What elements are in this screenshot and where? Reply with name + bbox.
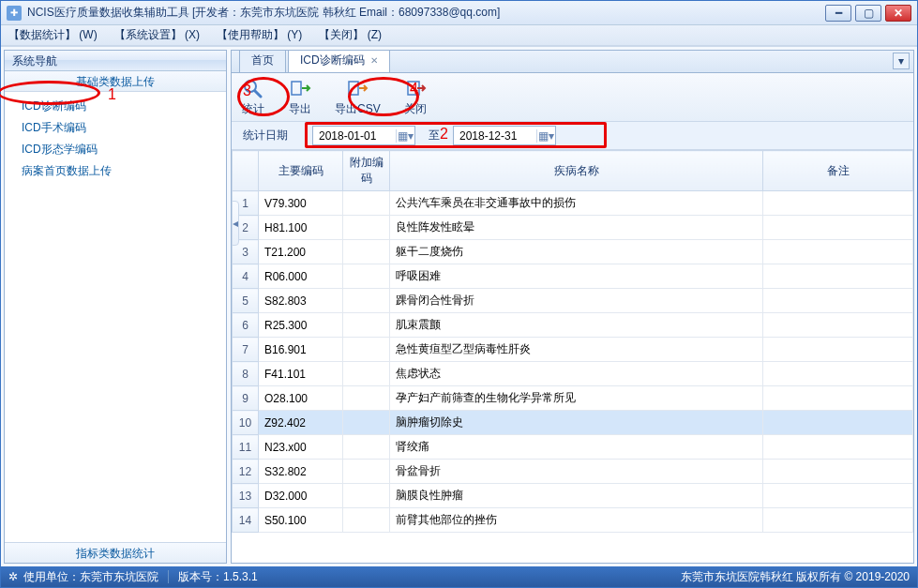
cell-disease-name[interactable]: 踝骨闭合性骨折	[390, 289, 763, 313]
cell-addl-code[interactable]	[343, 362, 390, 386]
cell-main-code[interactable]: B16.901	[259, 338, 343, 362]
nav-front-page-upload[interactable]: 病案首页数据上传	[20, 160, 222, 182]
cell-disease-name[interactable]: 脑肿瘤切除史	[390, 411, 763, 435]
table-row[interactable]: 12S32.802骨盆骨折	[233, 460, 913, 484]
tab-home[interactable]: 首页	[239, 50, 286, 72]
cell-disease-name[interactable]: 肌束震颤	[390, 313, 763, 338]
cell-addl-code[interactable]	[343, 386, 390, 411]
cell-disease-name[interactable]: 呼吸困难	[390, 264, 763, 289]
cell-main-code[interactable]: D32.000	[259, 484, 343, 508]
menu-system-settings[interactable]: 【系统设置】 (X)	[114, 27, 200, 43]
table-row[interactable]: 3T21.200躯干二度烧伤	[233, 240, 913, 264]
nav-icd-diagnosis[interactable]: ICD诊断编码	[20, 96, 222, 117]
toolbar-export-button[interactable]: 导出	[288, 77, 312, 117]
cell-disease-name[interactable]: 躯干二度烧伤	[390, 240, 763, 264]
col-remark[interactable]: 备注	[763, 151, 913, 191]
cell-remark[interactable]	[763, 460, 913, 484]
table-row[interactable]: 4R06.000呼吸困难	[233, 264, 913, 289]
cell-remark[interactable]	[763, 338, 913, 362]
cell-remark[interactable]	[763, 386, 913, 411]
date-from-input[interactable]: ▦▾	[312, 126, 415, 145]
table-row[interactable]: 2H81.100良性阵发性眩晕	[233, 216, 913, 240]
cell-main-code[interactable]: R25.300	[259, 313, 343, 338]
menu-close[interactable]: 【关闭】 (Z)	[319, 27, 382, 43]
col-main-code[interactable]: 主要编码	[259, 151, 343, 191]
table-row[interactable]: 11N23.x00肾绞痛	[233, 435, 913, 460]
close-button[interactable]: ✕	[885, 5, 911, 22]
table-row[interactable]: 7B16.901急性黄疸型乙型病毒性肝炎	[233, 338, 913, 362]
cell-main-code[interactable]: Z92.402	[259, 411, 343, 435]
cell-remark[interactable]	[763, 264, 913, 289]
cell-addl-code[interactable]	[343, 289, 390, 313]
table-row[interactable]: 1V79.300公共汽车乘员在非交通事故中的损伤	[233, 191, 913, 216]
calendar-icon[interactable]: ▦▾	[536, 129, 555, 143]
nav-icd-morphology[interactable]: ICD形态学编码	[20, 139, 222, 160]
menu-help[interactable]: 【使用帮助】 (Y)	[217, 27, 302, 43]
table-row[interactable]: 14S50.100前臂其他部位的挫伤	[233, 508, 913, 533]
table-row[interactable]: 5S82.803踝骨闭合性骨折	[233, 289, 913, 313]
cell-addl-code[interactable]	[343, 484, 390, 508]
cell-main-code[interactable]: N23.x00	[259, 435, 343, 460]
cell-remark[interactable]	[763, 216, 913, 240]
cell-main-code[interactable]: T21.200	[259, 240, 343, 264]
table-row[interactable]: 13D32.000脑膜良性肿瘤	[233, 484, 913, 508]
cell-disease-name[interactable]: 急性黄疸型乙型病毒性肝炎	[390, 338, 763, 362]
tab-icd-diagnosis[interactable]: ICD诊断编码✕	[288, 50, 390, 72]
date-to-field[interactable]	[454, 128, 536, 144]
tab-overflow-button[interactable]: ▾	[893, 53, 910, 69]
cell-remark[interactable]	[763, 191, 913, 216]
cell-main-code[interactable]: H81.100	[259, 216, 343, 240]
cell-disease-name[interactable]: 前臂其他部位的挫伤	[390, 508, 763, 533]
col-addl-code[interactable]: 附加编码	[343, 151, 390, 191]
cell-addl-code[interactable]	[343, 191, 390, 216]
cell-disease-name[interactable]: 孕产妇产前筛查的生物化学异常所见	[390, 386, 763, 411]
table-row[interactable]: 8F41.101焦虑状态	[233, 362, 913, 386]
menu-data-stats[interactable]: 【数据统计】 (W)	[8, 27, 98, 43]
cell-remark[interactable]	[763, 362, 913, 386]
toolbar-exportcsv-button[interactable]: 导出CSV	[335, 77, 381, 117]
cell-addl-code[interactable]	[343, 338, 390, 362]
date-to-input[interactable]: ▦▾	[453, 126, 556, 145]
minimize-button[interactable]: ━	[825, 5, 851, 22]
cell-remark[interactable]	[763, 240, 913, 264]
cell-remark[interactable]	[763, 313, 913, 338]
cell-main-code[interactable]: F41.101	[259, 362, 343, 386]
maximize-button[interactable]: ▢	[855, 5, 881, 22]
toolbar-stat-button[interactable]: 统计	[241, 77, 265, 117]
calendar-icon[interactable]: ▦▾	[396, 129, 414, 143]
table-row[interactable]: 10Z92.402脑肿瘤切除史	[233, 411, 913, 435]
cell-remark[interactable]	[763, 289, 913, 313]
tab-close-icon[interactable]: ✕	[370, 55, 378, 66]
cell-remark[interactable]	[763, 411, 913, 435]
table-row[interactable]: 6R25.300肌束震颤	[233, 313, 913, 338]
cell-addl-code[interactable]	[343, 435, 390, 460]
cell-disease-name[interactable]: 肾绞痛	[390, 435, 763, 460]
table-row[interactable]: 9O28.100孕产妇产前筛查的生物化学异常所见	[233, 386, 913, 411]
cell-disease-name[interactable]: 脑膜良性肿瘤	[390, 484, 763, 508]
col-disease-name[interactable]: 疾病名称	[390, 151, 763, 191]
cell-addl-code[interactable]	[343, 508, 390, 533]
data-grid[interactable]: 主要编码 附加编码 疾病名称 备注 1V79.300公共汽车乘员在非交通事故中的…	[232, 150, 913, 563]
cell-addl-code[interactable]	[343, 216, 390, 240]
panel-expand-handle[interactable]: ◂	[232, 201, 239, 246]
cell-addl-code[interactable]	[343, 460, 390, 484]
cell-disease-name[interactable]: 公共汽车乘员在非交通事故中的损伤	[390, 191, 763, 216]
cell-disease-name[interactable]: 焦虑状态	[390, 362, 763, 386]
cell-main-code[interactable]: S82.803	[259, 289, 343, 313]
cell-main-code[interactable]: O28.100	[259, 386, 343, 411]
cell-remark[interactable]	[763, 435, 913, 460]
cell-remark[interactable]	[763, 508, 913, 533]
sidebar-group-indicator[interactable]: 指标类数据统计	[5, 542, 226, 563]
cell-remark[interactable]	[763, 484, 913, 508]
cell-addl-code[interactable]	[343, 240, 390, 264]
cell-addl-code[interactable]	[343, 411, 390, 435]
cell-disease-name[interactable]: 骨盆骨折	[390, 460, 763, 484]
cell-main-code[interactable]: R06.000	[259, 264, 343, 289]
cell-main-code[interactable]: V79.300	[259, 191, 343, 216]
sidebar-group-basic[interactable]: 基础类数据上传	[5, 71, 226, 92]
cell-addl-code[interactable]	[343, 264, 390, 289]
toolbar-close-button[interactable]: 关闭	[403, 77, 428, 117]
cell-main-code[interactable]: S50.100	[259, 508, 343, 533]
cell-disease-name[interactable]: 良性阵发性眩晕	[390, 216, 763, 240]
cell-addl-code[interactable]	[343, 313, 390, 338]
